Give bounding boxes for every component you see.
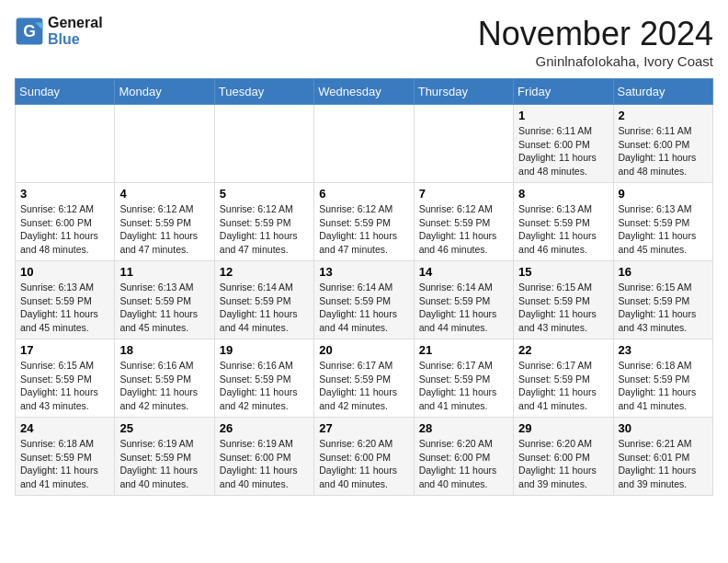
day-info: Sunrise: 6:13 AM Sunset: 5:59 PM Dayligh… (619, 202, 708, 257)
calendar-week-row: 3Sunrise: 6:12 AM Sunset: 6:00 PM Daylig… (16, 183, 713, 261)
calendar-cell (16, 105, 115, 183)
day-number: 1 (518, 109, 608, 122)
calendar-cell: 4Sunrise: 6:12 AM Sunset: 5:59 PM Daylig… (115, 183, 214, 261)
day-number: 2 (619, 109, 708, 122)
day-info: Sunrise: 6:18 AM Sunset: 5:59 PM Dayligh… (619, 359, 708, 413)
calendar-week-row: 24Sunrise: 6:18 AM Sunset: 5:59 PM Dayli… (16, 418, 713, 496)
title-area: November 2024 GninlnafoIokaha, Ivory Coa… (478, 15, 713, 69)
day-number: 8 (518, 187, 608, 201)
calendar-cell: 30Sunrise: 6:21 AM Sunset: 6:01 PM Dayli… (613, 418, 712, 496)
day-number: 17 (20, 343, 109, 357)
weekday-header: Saturday (613, 79, 712, 105)
calendar-cell: 24Sunrise: 6:18 AM Sunset: 5:59 PM Dayli… (16, 418, 115, 496)
location: GninlnafoIokaha, Ivory Coast (478, 53, 713, 69)
day-info: Sunrise: 6:16 AM Sunset: 5:59 PM Dayligh… (220, 359, 309, 413)
day-info: Sunrise: 6:14 AM Sunset: 5:59 PM Dayligh… (319, 281, 408, 335)
calendar-week-row: 10Sunrise: 6:13 AM Sunset: 5:59 PM Dayli… (16, 261, 713, 339)
calendar-cell: 26Sunrise: 6:19 AM Sunset: 6:00 PM Dayli… (214, 418, 313, 496)
calendar-week-row: 17Sunrise: 6:15 AM Sunset: 5:59 PM Dayli… (16, 339, 713, 418)
logo-text: General Blue (48, 15, 103, 48)
calendar-cell (115, 105, 214, 183)
calendar-cell: 3Sunrise: 6:12 AM Sunset: 6:00 PM Daylig… (16, 183, 115, 261)
weekday-header: Monday (115, 79, 214, 105)
logo-icon: G (15, 17, 44, 46)
day-info: Sunrise: 6:12 AM Sunset: 6:00 PM Dayligh… (20, 202, 109, 257)
calendar-cell: 23Sunrise: 6:18 AM Sunset: 5:59 PM Dayli… (613, 339, 712, 418)
day-info: Sunrise: 6:12 AM Sunset: 5:59 PM Dayligh… (119, 202, 209, 257)
calendar-cell: 19Sunrise: 6:16 AM Sunset: 5:59 PM Dayli… (214, 339, 313, 418)
day-info: Sunrise: 6:14 AM Sunset: 5:59 PM Dayligh… (220, 281, 309, 335)
calendar-cell: 25Sunrise: 6:19 AM Sunset: 5:59 PM Dayli… (115, 418, 214, 496)
calendar-week-row: 1Sunrise: 6:11 AM Sunset: 6:00 PM Daylig… (16, 105, 713, 183)
calendar-cell: 10Sunrise: 6:13 AM Sunset: 5:59 PM Dayli… (16, 261, 115, 339)
day-info: Sunrise: 6:13 AM Sunset: 5:59 PM Dayligh… (518, 202, 608, 257)
day-number: 26 (220, 421, 309, 435)
weekday-header: Friday (514, 79, 613, 105)
page-header: G General Blue November 2024 GninlnafoIo… (15, 15, 713, 69)
day-number: 6 (319, 187, 408, 201)
calendar: SundayMondayTuesdayWednesdayThursdayFrid… (15, 78, 713, 496)
day-number: 19 (220, 343, 309, 357)
calendar-cell: 28Sunrise: 6:20 AM Sunset: 6:00 PM Dayli… (414, 418, 513, 496)
day-number: 28 (419, 421, 508, 435)
calendar-cell: 17Sunrise: 6:15 AM Sunset: 5:59 PM Dayli… (16, 339, 115, 418)
weekday-header-row: SundayMondayTuesdayWednesdayThursdayFrid… (16, 79, 713, 105)
day-number: 15 (518, 265, 608, 279)
calendar-cell: 2Sunrise: 6:11 AM Sunset: 6:00 PM Daylig… (613, 105, 712, 183)
day-info: Sunrise: 6:19 AM Sunset: 5:59 PM Dayligh… (119, 437, 209, 491)
month-title: November 2024 (478, 15, 713, 53)
day-info: Sunrise: 6:11 AM Sunset: 6:00 PM Dayligh… (619, 124, 708, 178)
day-number: 11 (119, 265, 209, 279)
calendar-cell: 16Sunrise: 6:15 AM Sunset: 5:59 PM Dayli… (613, 261, 712, 339)
day-number: 13 (319, 265, 408, 279)
day-number: 10 (20, 265, 109, 279)
calendar-cell: 6Sunrise: 6:12 AM Sunset: 5:59 PM Daylig… (314, 183, 414, 261)
day-number: 3 (20, 187, 109, 201)
day-info: Sunrise: 6:15 AM Sunset: 5:59 PM Dayligh… (619, 281, 708, 335)
day-info: Sunrise: 6:21 AM Sunset: 6:01 PM Dayligh… (619, 437, 708, 491)
day-info: Sunrise: 6:17 AM Sunset: 5:59 PM Dayligh… (319, 359, 408, 413)
day-number: 24 (20, 421, 109, 435)
day-number: 5 (220, 187, 309, 201)
day-info: Sunrise: 6:16 AM Sunset: 5:59 PM Dayligh… (119, 359, 209, 413)
weekday-header: Tuesday (214, 79, 313, 105)
calendar-cell: 9Sunrise: 6:13 AM Sunset: 5:59 PM Daylig… (613, 183, 712, 261)
day-number: 21 (419, 343, 508, 357)
day-info: Sunrise: 6:12 AM Sunset: 5:59 PM Dayligh… (319, 202, 408, 257)
day-info: Sunrise: 6:11 AM Sunset: 6:00 PM Dayligh… (518, 124, 608, 178)
calendar-cell (314, 105, 414, 183)
calendar-cell: 8Sunrise: 6:13 AM Sunset: 5:59 PM Daylig… (514, 183, 613, 261)
calendar-cell: 27Sunrise: 6:20 AM Sunset: 6:00 PM Dayli… (314, 418, 414, 496)
day-info: Sunrise: 6:12 AM Sunset: 5:59 PM Dayligh… (419, 202, 508, 257)
logo[interactable]: G General Blue (15, 15, 103, 48)
calendar-cell: 1Sunrise: 6:11 AM Sunset: 6:00 PM Daylig… (514, 105, 613, 183)
day-info: Sunrise: 6:13 AM Sunset: 5:59 PM Dayligh… (119, 281, 209, 335)
day-number: 22 (518, 343, 608, 357)
day-number: 25 (119, 421, 209, 435)
calendar-cell: 5Sunrise: 6:12 AM Sunset: 5:59 PM Daylig… (214, 183, 313, 261)
day-number: 23 (619, 343, 708, 357)
day-info: Sunrise: 6:20 AM Sunset: 6:00 PM Dayligh… (419, 437, 508, 491)
svg-text:G: G (23, 22, 36, 40)
calendar-cell: 21Sunrise: 6:17 AM Sunset: 5:59 PM Dayli… (414, 339, 513, 418)
weekday-header: Sunday (16, 79, 115, 105)
day-number: 30 (619, 421, 708, 435)
day-number: 14 (419, 265, 508, 279)
calendar-cell: 14Sunrise: 6:14 AM Sunset: 5:59 PM Dayli… (414, 261, 513, 339)
calendar-cell (414, 105, 513, 183)
day-info: Sunrise: 6:20 AM Sunset: 6:00 PM Dayligh… (319, 437, 408, 491)
day-number: 27 (319, 421, 408, 435)
day-info: Sunrise: 6:13 AM Sunset: 5:59 PM Dayligh… (20, 281, 109, 335)
calendar-cell: 7Sunrise: 6:12 AM Sunset: 5:59 PM Daylig… (414, 183, 513, 261)
day-info: Sunrise: 6:12 AM Sunset: 5:59 PM Dayligh… (220, 202, 309, 257)
day-number: 12 (220, 265, 309, 279)
day-number: 16 (619, 265, 708, 279)
day-info: Sunrise: 6:20 AM Sunset: 6:00 PM Dayligh… (518, 437, 608, 491)
weekday-header: Wednesday (314, 79, 414, 105)
calendar-cell: 18Sunrise: 6:16 AM Sunset: 5:59 PM Dayli… (115, 339, 214, 418)
day-info: Sunrise: 6:17 AM Sunset: 5:59 PM Dayligh… (518, 359, 608, 413)
day-number: 29 (518, 421, 608, 435)
day-info: Sunrise: 6:15 AM Sunset: 5:59 PM Dayligh… (20, 359, 109, 413)
day-info: Sunrise: 6:14 AM Sunset: 5:59 PM Dayligh… (419, 281, 508, 335)
calendar-cell: 15Sunrise: 6:15 AM Sunset: 5:59 PM Dayli… (514, 261, 613, 339)
